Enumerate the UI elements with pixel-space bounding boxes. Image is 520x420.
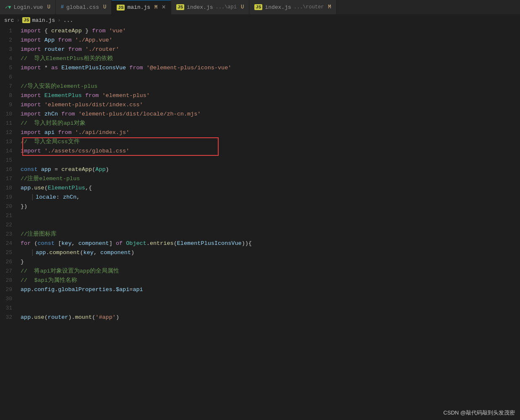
line-content-12: import api from './api/index.js' [19,128,520,137]
token-str: '@element-plus/icons-vue' [146,65,232,71]
css-icon: # [61,4,64,10]
line-content-13: // 导入全局css文件 [19,137,520,147]
token-punc [106,28,109,34]
line-content-8: import ElementPlus from 'element-plus' [19,91,520,100]
tab-index-js-api[interactable]: JS index.js ...\api U [171,0,249,14]
line-content-17: //注册element-plus [19,174,520,184]
breadcrumb-js-icon: JS [22,17,30,23]
token-var-name: router [44,46,65,52]
code-line-20: 20}) [0,202,520,211]
token-punc [55,37,58,43]
line-number-28: 28 [0,276,19,285]
code-line-5: 5import * as ElementPlusIconsVue from '@… [0,63,520,73]
line-content-9: import 'element-plus/dist/index.css' [19,100,520,110]
token-kw-import: import [21,65,41,71]
tab-global-css[interactable]: # global.css U [56,0,112,14]
code-line-23: 23//注册图标库 [0,230,520,239]
line-content-22 [19,220,520,230]
token-punc [75,111,78,117]
token-func: use [34,185,44,191]
token-punc: ] [109,240,116,247]
line-number-12: 12 [0,128,19,137]
tab-login-vue[interactable]: ✓▼ Login.vue U [0,0,56,14]
token-op: * [44,65,48,71]
token-punc: ( [44,314,48,320]
token-punc: ( [31,240,37,247]
token-kw-const: const [21,166,38,173]
token-str: './api/index.js' [75,129,130,136]
code-line-16: 16const app = createApp(App) [0,165,520,174]
token-punc [82,46,85,52]
tab-main-js[interactable]: JS main.js M× [112,0,171,14]
tab-label: global.css [66,4,99,10]
code-line-25: 25│app.component(key, component) [0,248,520,257]
watermark: CSDN @敲代码敲到头发茂密 [443,409,515,417]
token-var-name: ElementPlusIconsVue [61,65,126,71]
token-kw-from: from [92,28,105,34]
line-content-5: import * as ElementPlusIconsVue from '@e… [19,63,520,73]
tab-label: index.js [265,4,291,10]
token-kw-import: import [21,102,41,108]
line-number-29: 29 [0,285,19,294]
tab-path: ...\router [294,4,324,10]
code-line-6: 6 [0,73,520,82]
token-punc: , [72,240,78,247]
token-kw-import: import [21,28,41,34]
token-punc: }) [21,203,27,210]
js-icon: JS [254,4,262,10]
token-var-name: key [84,249,94,256]
breadcrumb: src › JS main.js › ... [0,15,520,26]
token-punc: ( [174,240,177,247]
tab-badge: M [328,4,331,10]
token-comment: // $api为属性名称 [21,277,77,284]
line-number-11: 11 [0,119,19,128]
token-punc [41,37,44,43]
code-line-30: 30 [0,294,520,304]
token-obj: ElementPlus [44,92,82,99]
token-punc: ) [106,166,109,173]
line-number-2: 2 [0,36,19,45]
token-var-name: app [21,286,31,293]
token-kw-import: import [21,46,41,52]
line-content-1: import { createApp } from 'vue' [19,26,520,36]
line-number-9: 9 [0,100,19,110]
token-punc: ( [80,249,83,256]
line-content-18: app.use(ElementPlus,{ [19,184,520,193]
breadcrumb-filename: main.js [32,17,55,24]
line-number-15: 15 [0,156,19,165]
code-line-10: 10import zhCn from 'element-plus/dist/lo… [0,110,520,119]
line-number-8: 8 [0,91,19,100]
token-prop: globalProperties [58,286,112,293]
token-str: 'vue' [109,28,126,34]
line-content-16: const app = createApp(App) [19,165,520,174]
tab-index-js-router[interactable]: JS index.js ...\router M [249,0,337,14]
breadcrumb-sep2: › [57,17,61,24]
token-punc [48,65,51,71]
line-number-23: 23 [0,230,19,239]
token-punc: )){ [242,240,252,247]
token-str: './App.vue' [75,37,112,43]
line-content-28: // $api为属性名称 [19,276,520,285]
line-content-6 [19,73,520,82]
tab-close-button[interactable]: × [162,4,166,11]
token-punc: ) [116,314,119,320]
token-kw-of: of [116,240,123,247]
code-line-21: 21 [0,211,520,220]
token-obj: App [95,166,105,173]
tab-badge: U [241,4,244,10]
line-number-13: 13 [0,137,19,147]
token-kw-for: for [21,240,31,247]
token-kw-from: from [85,92,99,99]
breadcrumb-src: src [4,17,14,24]
token-str: './assets/css/global.css' [44,148,130,154]
line-content-25: │app.component(key, component) [19,248,520,257]
token-kw-import: import [21,111,41,117]
token-var-name: App [44,37,55,43]
token-kw-import: import [21,129,41,136]
breadcrumb-dots: ... [63,17,73,24]
token-punc: ). [68,314,75,320]
token-punc [41,65,44,71]
token-var-name: ElementPlusIconsVue [177,240,242,247]
line-content-4: // 导入ElementPlus相关的依赖 [19,54,520,63]
line-number-19: 19 [0,193,19,202]
